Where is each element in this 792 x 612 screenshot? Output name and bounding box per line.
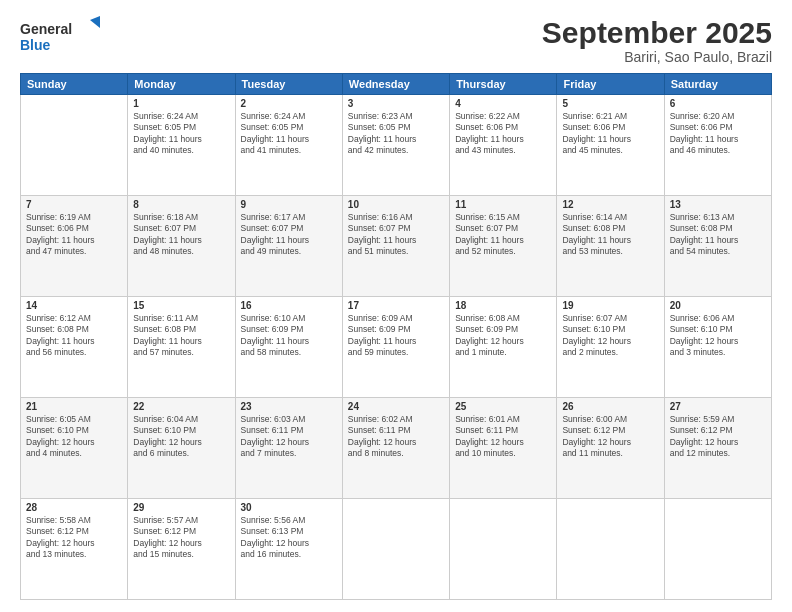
calendar-cell: 24Sunrise: 6:02 AMSunset: 6:11 PMDayligh…	[342, 398, 449, 499]
day-number: 1	[133, 98, 229, 109]
day-info: Sunrise: 6:14 AMSunset: 6:08 PMDaylight:…	[562, 212, 658, 258]
header-wednesday: Wednesday	[342, 74, 449, 95]
header-monday: Monday	[128, 74, 235, 95]
header-sunday: Sunday	[21, 74, 128, 95]
day-number: 28	[26, 502, 122, 513]
calendar-week-row: 14Sunrise: 6:12 AMSunset: 6:08 PMDayligh…	[21, 297, 772, 398]
calendar-cell: 8Sunrise: 6:18 AMSunset: 6:07 PMDaylight…	[128, 196, 235, 297]
calendar-cell: 16Sunrise: 6:10 AMSunset: 6:09 PMDayligh…	[235, 297, 342, 398]
calendar-cell: 14Sunrise: 6:12 AMSunset: 6:08 PMDayligh…	[21, 297, 128, 398]
calendar-cell: 30Sunrise: 5:56 AMSunset: 6:13 PMDayligh…	[235, 499, 342, 600]
header: General Blue September 2025 Bariri, Sao …	[20, 16, 772, 65]
svg-marker-2	[90, 16, 100, 28]
day-number: 12	[562, 199, 658, 210]
day-info: Sunrise: 6:06 AMSunset: 6:10 PMDaylight:…	[670, 313, 766, 359]
day-info: Sunrise: 6:09 AMSunset: 6:09 PMDaylight:…	[348, 313, 444, 359]
calendar-cell: 1Sunrise: 6:24 AMSunset: 6:05 PMDaylight…	[128, 95, 235, 196]
day-number: 8	[133, 199, 229, 210]
day-info: Sunrise: 6:19 AMSunset: 6:06 PMDaylight:…	[26, 212, 122, 258]
day-number: 10	[348, 199, 444, 210]
day-number: 24	[348, 401, 444, 412]
calendar-week-row: 21Sunrise: 6:05 AMSunset: 6:10 PMDayligh…	[21, 398, 772, 499]
day-number: 2	[241, 98, 337, 109]
calendar-cell: 27Sunrise: 5:59 AMSunset: 6:12 PMDayligh…	[664, 398, 771, 499]
day-number: 3	[348, 98, 444, 109]
calendar-cell: 18Sunrise: 6:08 AMSunset: 6:09 PMDayligh…	[450, 297, 557, 398]
calendar-cell: 29Sunrise: 5:57 AMSunset: 6:12 PMDayligh…	[128, 499, 235, 600]
day-number: 5	[562, 98, 658, 109]
calendar-cell: 10Sunrise: 6:16 AMSunset: 6:07 PMDayligh…	[342, 196, 449, 297]
day-number: 25	[455, 401, 551, 412]
calendar-week-row: 7Sunrise: 6:19 AMSunset: 6:06 PMDaylight…	[21, 196, 772, 297]
svg-text:General: General	[20, 21, 72, 37]
calendar-cell: 20Sunrise: 6:06 AMSunset: 6:10 PMDayligh…	[664, 297, 771, 398]
day-number: 9	[241, 199, 337, 210]
header-tuesday: Tuesday	[235, 74, 342, 95]
calendar-cell	[21, 95, 128, 196]
day-info: Sunrise: 6:20 AMSunset: 6:06 PMDaylight:…	[670, 111, 766, 157]
calendar-table: SundayMondayTuesdayWednesdayThursdayFrid…	[20, 73, 772, 600]
day-number: 7	[26, 199, 122, 210]
calendar-header-row: SundayMondayTuesdayWednesdayThursdayFrid…	[21, 74, 772, 95]
day-info: Sunrise: 5:56 AMSunset: 6:13 PMDaylight:…	[241, 515, 337, 561]
day-info: Sunrise: 6:08 AMSunset: 6:09 PMDaylight:…	[455, 313, 551, 359]
day-info: Sunrise: 6:21 AMSunset: 6:06 PMDaylight:…	[562, 111, 658, 157]
day-info: Sunrise: 6:04 AMSunset: 6:10 PMDaylight:…	[133, 414, 229, 460]
day-number: 29	[133, 502, 229, 513]
day-number: 30	[241, 502, 337, 513]
calendar-cell: 6Sunrise: 6:20 AMSunset: 6:06 PMDaylight…	[664, 95, 771, 196]
calendar-cell: 28Sunrise: 5:58 AMSunset: 6:12 PMDayligh…	[21, 499, 128, 600]
day-info: Sunrise: 6:15 AMSunset: 6:07 PMDaylight:…	[455, 212, 551, 258]
day-info: Sunrise: 6:12 AMSunset: 6:08 PMDaylight:…	[26, 313, 122, 359]
day-number: 27	[670, 401, 766, 412]
calendar-cell: 11Sunrise: 6:15 AMSunset: 6:07 PMDayligh…	[450, 196, 557, 297]
day-number: 23	[241, 401, 337, 412]
day-number: 4	[455, 98, 551, 109]
calendar-cell: 12Sunrise: 6:14 AMSunset: 6:08 PMDayligh…	[557, 196, 664, 297]
day-number: 15	[133, 300, 229, 311]
day-info: Sunrise: 6:24 AMSunset: 6:05 PMDaylight:…	[241, 111, 337, 157]
logo: General Blue	[20, 16, 100, 56]
calendar-cell: 19Sunrise: 6:07 AMSunset: 6:10 PMDayligh…	[557, 297, 664, 398]
day-info: Sunrise: 6:16 AMSunset: 6:07 PMDaylight:…	[348, 212, 444, 258]
day-number: 21	[26, 401, 122, 412]
page-subtitle: Bariri, Sao Paulo, Brazil	[542, 49, 772, 65]
header-friday: Friday	[557, 74, 664, 95]
day-number: 17	[348, 300, 444, 311]
calendar-cell: 7Sunrise: 6:19 AMSunset: 6:06 PMDaylight…	[21, 196, 128, 297]
day-info: Sunrise: 5:59 AMSunset: 6:12 PMDaylight:…	[670, 414, 766, 460]
day-info: Sunrise: 6:02 AMSunset: 6:11 PMDaylight:…	[348, 414, 444, 460]
day-number: 11	[455, 199, 551, 210]
calendar-cell: 3Sunrise: 6:23 AMSunset: 6:05 PMDaylight…	[342, 95, 449, 196]
calendar-cell: 4Sunrise: 6:22 AMSunset: 6:06 PMDaylight…	[450, 95, 557, 196]
day-info: Sunrise: 6:07 AMSunset: 6:10 PMDaylight:…	[562, 313, 658, 359]
day-info: Sunrise: 6:00 AMSunset: 6:12 PMDaylight:…	[562, 414, 658, 460]
calendar-cell: 26Sunrise: 6:00 AMSunset: 6:12 PMDayligh…	[557, 398, 664, 499]
calendar-cell	[450, 499, 557, 600]
header-thursday: Thursday	[450, 74, 557, 95]
day-number: 18	[455, 300, 551, 311]
calendar-cell: 15Sunrise: 6:11 AMSunset: 6:08 PMDayligh…	[128, 297, 235, 398]
calendar-cell: 9Sunrise: 6:17 AMSunset: 6:07 PMDaylight…	[235, 196, 342, 297]
day-number: 13	[670, 199, 766, 210]
day-number: 6	[670, 98, 766, 109]
day-info: Sunrise: 6:05 AMSunset: 6:10 PMDaylight:…	[26, 414, 122, 460]
calendar-cell: 23Sunrise: 6:03 AMSunset: 6:11 PMDayligh…	[235, 398, 342, 499]
day-info: Sunrise: 6:03 AMSunset: 6:11 PMDaylight:…	[241, 414, 337, 460]
day-info: Sunrise: 6:23 AMSunset: 6:05 PMDaylight:…	[348, 111, 444, 157]
day-number: 26	[562, 401, 658, 412]
svg-text:Blue: Blue	[20, 37, 51, 53]
calendar-cell: 17Sunrise: 6:09 AMSunset: 6:09 PMDayligh…	[342, 297, 449, 398]
calendar-cell	[664, 499, 771, 600]
calendar-cell: 25Sunrise: 6:01 AMSunset: 6:11 PMDayligh…	[450, 398, 557, 499]
calendar-cell: 2Sunrise: 6:24 AMSunset: 6:05 PMDaylight…	[235, 95, 342, 196]
calendar-cell: 21Sunrise: 6:05 AMSunset: 6:10 PMDayligh…	[21, 398, 128, 499]
calendar-cell: 5Sunrise: 6:21 AMSunset: 6:06 PMDaylight…	[557, 95, 664, 196]
calendar-cell	[557, 499, 664, 600]
page: General Blue September 2025 Bariri, Sao …	[0, 0, 792, 612]
day-info: Sunrise: 6:10 AMSunset: 6:09 PMDaylight:…	[241, 313, 337, 359]
day-info: Sunrise: 5:57 AMSunset: 6:12 PMDaylight:…	[133, 515, 229, 561]
calendar-week-row: 1Sunrise: 6:24 AMSunset: 6:05 PMDaylight…	[21, 95, 772, 196]
day-number: 22	[133, 401, 229, 412]
day-info: Sunrise: 6:24 AMSunset: 6:05 PMDaylight:…	[133, 111, 229, 157]
